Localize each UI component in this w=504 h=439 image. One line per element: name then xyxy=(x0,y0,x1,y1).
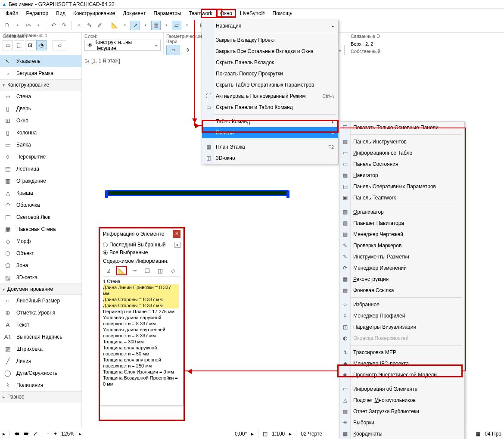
eyedropper-icon[interactable]: ✎ xyxy=(84,21,94,30)
menu-item-Навигация[interactable]: Навигация▸ xyxy=(202,20,338,31)
syringe-icon[interactable]: ✐ xyxy=(95,21,104,30)
zoom-in-icon[interactable]: + xyxy=(54,431,57,437)
menu-item-Скрыть Панель Вкладок[interactable]: Скрыть Панель Вкладок xyxy=(202,57,338,68)
angle-value[interactable]: 0,00° xyxy=(235,431,247,437)
scale-value[interactable]: 1:100 xyxy=(272,431,285,437)
submenu-item-Выборки[interactable]: ✳Выборки xyxy=(339,417,464,428)
submenu-item-Планшет Навигатора[interactable]: ▥Планшет Навигатора xyxy=(339,218,464,229)
menu-item-Скрыть Панели и Табло Команд[interactable]: ▭Скрыть Панели и Табло Команд xyxy=(202,102,338,113)
submenu-item-Реконструкция[interactable]: ▦Реконструкция xyxy=(339,274,464,285)
submenu-item-Панель Teamwork[interactable]: ▣Панель Teamwork xyxy=(339,192,464,203)
zoom-value[interactable]: 125% xyxy=(61,431,75,437)
tab-4-icon[interactable]: ◫ xyxy=(155,266,166,275)
redo-icon[interactable]: ↷ xyxy=(59,21,68,30)
tool-Колонна[interactable]: ▯Колонна xyxy=(0,127,81,139)
submenu-item-Фоновая Ссылка[interactable]: ▦Фоновая Ссылка xyxy=(339,285,464,296)
tool-Указатель[interactable]: ↖Указатель xyxy=(0,55,81,67)
tool-Крыша[interactable]: △Крыша xyxy=(0,187,81,199)
wall-settings-button[interactable]: ▭ xyxy=(3,40,13,50)
submenu-item-Организатор[interactable]: ▥Организатор xyxy=(339,206,464,218)
geom-mode-2[interactable]: ◊ xyxy=(181,45,195,55)
menu-документ[interactable]: Документ xyxy=(119,9,149,17)
menu-параметры[interactable]: Параметры xyxy=(149,9,185,17)
ruler-dropdown-icon[interactable]: ▾ xyxy=(120,21,130,30)
tool-Дверь[interactable]: ▯Дверь xyxy=(0,103,81,115)
submenu-item-Проверка Маркеров[interactable]: ✎Проверка Маркеров xyxy=(339,240,464,251)
section-Конструирование[interactable]: ▾Конструирование xyxy=(0,79,81,90)
open-icon[interactable]: 🗁 xyxy=(23,21,33,30)
element-info-palette[interactable]: Информация о Элементе ✕ Последний Выбран… xyxy=(100,228,184,405)
section-разное[interactable]: ▸Разное xyxy=(0,391,81,402)
info-toggle-button[interactable]: ◔ xyxy=(36,40,47,50)
menu-item-Закрыть Все Остальные Вкладки и Окна[interactable]: Закрыть Все Остальные Вкладки и Окна xyxy=(202,46,338,57)
menu-item-Закрыть Вкладку Проект[interactable]: Закрыть Вкладку Проект xyxy=(202,34,338,46)
tool-Морф[interactable]: ◇Морф xyxy=(0,235,81,247)
tool-Балка[interactable]: ▭Балка xyxy=(0,139,81,151)
submenu-item-Панель Оперативных Параметров[interactable]: ▤Панель Оперативных Параметров xyxy=(339,181,464,192)
tool-Линейный Размер[interactable]: ↔Линейный Размер xyxy=(0,295,81,307)
submenu-item-Панель Инструментов[interactable]: ▥Панель Инструментов xyxy=(339,136,464,147)
submenu-item-Менеджер Изменений[interactable]: ⟳Менеджер Изменений xyxy=(339,262,464,274)
close-icon[interactable]: ✕ xyxy=(173,230,180,238)
tool-Дуга/Окружность[interactable]: ◯Дуга/Окружность xyxy=(0,367,81,379)
submenu-item-Трассировка MEP[interactable]: ↯Трассировка MEP xyxy=(339,347,464,358)
menu-помощь[interactable]: Помощь xyxy=(269,9,296,17)
menu-livesync®[interactable]: LiveSync® xyxy=(236,9,269,17)
tool-Объект[interactable]: ⬡Объект xyxy=(0,247,81,259)
tool-Отметка Уровня[interactable]: ⊕Отметка Уровня xyxy=(0,307,81,319)
nav-fwd-icon[interactable]: 🡆 xyxy=(24,431,29,437)
plane-dropdown-icon[interactable]: ▾ xyxy=(182,21,192,30)
tool-Окно[interactable]: ⊞Окно xyxy=(0,115,81,127)
tool-Линия[interactable]: ╱Линия xyxy=(0,355,81,367)
tab-size-icon[interactable]: 📐 xyxy=(116,266,127,275)
menu-item-Панели[interactable]: Панели▸ xyxy=(202,127,338,138)
zoom-fit-icon[interactable]: ⤢ xyxy=(33,431,37,437)
submenu-item-Просмотр Энергетической Модели[interactable]: ◉Просмотр Энергетической Модели xyxy=(339,369,464,380)
chevron-right-icon[interactable]: ▸ xyxy=(79,431,81,437)
tool-Текст[interactable]: AТекст xyxy=(0,319,81,331)
tool-Бегущая Рамка[interactable]: ▫Бегущая Рамка xyxy=(0,67,81,79)
tool-Световой Люк[interactable]: ◫Световой Люк xyxy=(0,211,81,223)
submenu-item-Навигатор[interactable]: ▦Навигатор xyxy=(339,170,464,181)
wall-element[interactable] xyxy=(107,190,288,196)
tab-3d-icon[interactable]: ❏ xyxy=(142,266,153,275)
guide-dropdown-icon[interactable]: ▾ xyxy=(141,21,150,30)
tool-Стена[interactable]: ▱Стена xyxy=(0,90,81,103)
menu-item-3D-окно[interactable]: ◫3D-окно xyxy=(202,153,338,164)
submenu-item-Менеджер Чертежей[interactable]: ▥Менеджер Чертежей xyxy=(339,229,464,240)
submenu-item-Параметры Визуализации[interactable]: ◫Параметры Визуализации xyxy=(339,321,464,333)
tool-Штриховка[interactable]: ▨Штриховка xyxy=(0,343,81,355)
submenu-item-Координаты[interactable]: ▦Координаты xyxy=(339,428,464,439)
status-layer[interactable]: 02 Черте xyxy=(301,431,322,437)
tool-Перекрытие[interactable]: ◊Перекрытие xyxy=(0,151,81,163)
new-icon[interactable]: 🗋 xyxy=(3,21,12,30)
menu-item-Скрыть Табло Оперативных Параметров[interactable]: Скрыть Табло Оперативных Параметров xyxy=(202,79,338,90)
chevron-right-icon[interactable]: ▸ xyxy=(3,431,5,437)
tool-Лестница[interactable]: ▤Лестница xyxy=(0,163,81,175)
tool-Выносная Надпись[interactable]: A1Выносная Надпись xyxy=(0,331,81,343)
radio-last-selected[interactable]: Последний Выбранный xyxy=(103,241,166,249)
tool-Оболочка[interactable]: ◠Оболочка xyxy=(0,199,81,211)
tool-Зона[interactable]: ⬠Зона xyxy=(0,259,81,271)
ruler-icon[interactable]: 📐 xyxy=(110,21,119,30)
rightmost-icon[interactable]: ▦ xyxy=(476,431,480,437)
chevron-right-icon[interactable]: ▸ xyxy=(174,242,180,248)
submenu-item-Подсчет Многоугольников[interactable]: △Подсчет Многоугольников xyxy=(339,395,464,406)
submenu-item-Избранное[interactable]: ☆Избранное xyxy=(339,299,464,310)
menu-файл[interactable]: Файл xyxy=(2,9,22,17)
tab-5-icon[interactable]: ◇ xyxy=(168,266,179,275)
pick-icon[interactable]: ⌖ xyxy=(74,21,84,30)
section-Документирование[interactable]: ▾Документирование xyxy=(0,283,81,295)
zoom-out-icon[interactable]: − xyxy=(47,431,50,437)
tool-Навесная Стена[interactable]: ▦Навесная Стена xyxy=(0,223,81,235)
submenu-item-Инструменты Разметки[interactable]: ✎Инструменты Разметки xyxy=(339,251,464,262)
radio-all-selected[interactable]: Все Выбранные xyxy=(103,249,180,256)
snap-grid-icon[interactable]: ▦ xyxy=(151,21,161,30)
wall-icon-button[interactable]: ▱ xyxy=(53,40,66,50)
menu-item-Активировать Полноэкранный Режим[interactable]: ⛶Активировать Полноэкранный РежимCtrl+\ xyxy=(202,90,338,102)
chevron-right-icon[interactable]: ▸ xyxy=(289,431,292,437)
marquee-button[interactable]: ⊡ xyxy=(25,40,35,50)
tab-general-icon[interactable]: 🗎 xyxy=(103,266,114,275)
submenu-item-Менеджер IFC-проекта[interactable]: ◆Менеджер IFC-проекта xyxy=(339,358,464,369)
snap-dropdown-icon[interactable]: ▾ xyxy=(162,21,171,30)
